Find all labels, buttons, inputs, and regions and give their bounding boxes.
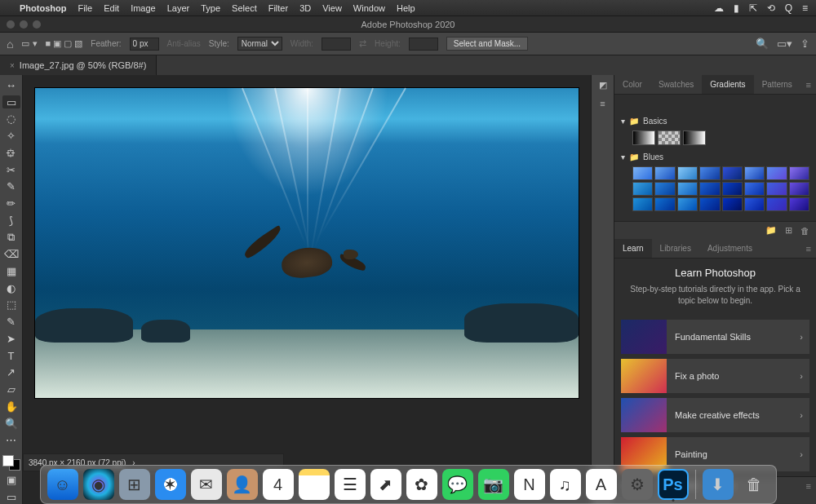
gradient-swatch[interactable] <box>654 166 675 180</box>
tool-zoom[interactable]: 🔍 <box>2 417 20 431</box>
home-button[interactable]: ⌂ <box>7 38 13 51</box>
menu-type[interactable]: Type <box>201 3 220 13</box>
gradient-swatch[interactable] <box>766 182 787 196</box>
dock-messages[interactable]: 💬 <box>442 469 473 500</box>
tool-move[interactable]: ↔ <box>2 78 20 92</box>
chat-icon[interactable]: ▮ <box>734 2 739 14</box>
menu-view[interactable]: View <box>322 3 342 13</box>
gradient-swatch[interactable] <box>677 182 698 196</box>
gradient-swatch[interactable] <box>632 130 655 145</box>
dock-maps[interactable]: ⬈ <box>370 469 401 500</box>
dock-finder[interactable]: ☺ <box>47 469 78 500</box>
tab-patterns[interactable]: Patterns <box>754 75 800 94</box>
learn-item[interactable]: Fix a photo › <box>621 359 809 393</box>
tab-libraries[interactable]: Libraries <box>652 239 699 258</box>
gradient-swatch[interactable] <box>699 197 720 211</box>
window-controls[interactable] <box>7 20 41 29</box>
dock-siri[interactable]: ◉ <box>83 469 114 500</box>
sync-icon[interactable]: ⟲ <box>767 2 775 14</box>
gradient-swatch[interactable] <box>789 197 809 211</box>
tab-swatches[interactable]: Swatches <box>650 75 702 94</box>
trash-icon[interactable]: 🗑 <box>800 226 809 236</box>
cloud-icon[interactable]: ☁ <box>714 2 724 14</box>
dock-launchpad[interactable]: ⊞ <box>119 469 150 500</box>
close-tab-icon[interactable]: × <box>10 61 15 70</box>
new-item-icon[interactable]: ⊞ <box>785 225 792 236</box>
dock-photos[interactable]: ✿ <box>406 469 437 500</box>
gradient-swatch[interactable] <box>632 166 653 180</box>
marquee-tool-preset[interactable]: ▭ ▾ <box>21 38 37 49</box>
gradient-swatch[interactable] <box>683 130 706 145</box>
dock-calendar[interactable]: 4 <box>263 469 294 500</box>
gradient-swatch[interactable] <box>744 166 765 180</box>
tab-learn[interactable]: Learn <box>614 239 652 258</box>
panel-menu-icon[interactable]: ≡ <box>801 80 816 90</box>
dock-downloads[interactable]: ⬇ <box>703 469 734 500</box>
menu-image[interactable]: Image <box>131 3 156 13</box>
tool-dodge[interactable]: ✎ <box>2 315 20 329</box>
menu-filter[interactable]: Filter <box>268 3 288 13</box>
gradient-swatch[interactable] <box>632 182 653 196</box>
new-folder-icon[interactable]: 📁 <box>765 225 777 236</box>
menu-3d[interactable]: 3D <box>299 3 311 13</box>
screenmode-icon[interactable]: ▭ <box>2 490 20 504</box>
menu-layer[interactable]: Layer <box>167 3 190 13</box>
menu-file[interactable]: File <box>78 3 92 13</box>
menu-window[interactable]: Window <box>353 3 385 13</box>
gradient-swatch[interactable] <box>722 166 743 180</box>
dock-notes[interactable] <box>299 469 330 500</box>
fg-color-icon[interactable] <box>2 455 14 466</box>
gradient-swatch[interactable] <box>699 166 720 180</box>
menu-edit[interactable]: Edit <box>104 3 119 13</box>
arrange-icon[interactable]: ⇱ <box>749 2 757 14</box>
menu-icon[interactable]: ≡ <box>802 2 808 14</box>
learn-item[interactable]: Make creative effects › <box>621 398 809 432</box>
tool-pen[interactable]: ➤ <box>2 332 20 346</box>
feather-input[interactable] <box>130 38 159 51</box>
tool-eyedropper[interactable]: ✎ <box>2 179 20 193</box>
search-icon[interactable]: Q <box>785 2 792 14</box>
gradient-swatch[interactable] <box>677 197 698 211</box>
canvas[interactable] <box>35 88 579 398</box>
panel-menu-icon[interactable]: ≡ <box>801 481 816 491</box>
dock-settings[interactable]: ⚙ <box>622 469 653 500</box>
gradient-swatch[interactable] <box>722 197 743 211</box>
tool-blur[interactable]: ⬚ <box>2 298 20 312</box>
tool-hand[interactable]: ✋ <box>2 400 20 413</box>
selection-mode-icons[interactable]: ■ ▣ ▢ ▧ <box>46 38 83 49</box>
dock-trash[interactable]: 🗑 <box>738 469 769 500</box>
app-name[interactable]: Photoshop <box>20 3 66 13</box>
gradient-swatch[interactable] <box>654 182 675 196</box>
gradient-swatch[interactable] <box>722 182 743 196</box>
gradient-swatch[interactable] <box>654 197 675 211</box>
gradient-swatch[interactable] <box>766 166 787 180</box>
tool-shape[interactable]: ▱ <box>2 382 20 396</box>
tool-marquee[interactable]: ▭ <box>2 95 20 109</box>
gradient-swatch[interactable] <box>744 197 765 211</box>
search-icon[interactable]: 🔍 <box>756 38 769 50</box>
tool-lasso[interactable]: ◌ <box>2 112 20 126</box>
menu-select[interactable]: Select <box>232 3 257 13</box>
dock-mail[interactable]: ✉ <box>191 469 222 500</box>
dock-music[interactable]: ♫ <box>550 469 581 500</box>
tool-healing[interactable]: ✏ <box>2 197 20 210</box>
color-swatches[interactable] <box>2 455 20 470</box>
gradient-swatch[interactable] <box>677 166 698 180</box>
dock-contacts[interactable]: 👤 <box>227 469 258 500</box>
gradient-swatch[interactable] <box>658 130 681 145</box>
dock-appstore[interactable]: A <box>586 469 617 500</box>
dock-safari[interactable]: ✶ <box>155 469 186 500</box>
dock-reminders[interactable]: ☰ <box>335 469 366 500</box>
share-icon[interactable]: ⇪ <box>800 38 809 50</box>
workspace-icon[interactable]: ▭▾ <box>777 38 792 50</box>
tool-wand[interactable]: ✧ <box>2 129 20 143</box>
gradient-swatch[interactable] <box>744 182 765 196</box>
dock-facetime[interactable]: 📷 <box>478 469 509 500</box>
style-select[interactable]: Normal <box>237 37 282 51</box>
document-tab[interactable]: × Image_27.jpg @ 50% (RGB/8#) <box>0 55 157 75</box>
tab-gradients[interactable]: Gradients <box>702 75 753 94</box>
tool-eraser[interactable]: ▦ <box>2 264 20 278</box>
properties-icon[interactable]: ≡ <box>600 99 605 108</box>
dock-news[interactable]: N <box>514 469 545 500</box>
learn-item[interactable]: Fundamental Skills › <box>621 320 809 354</box>
